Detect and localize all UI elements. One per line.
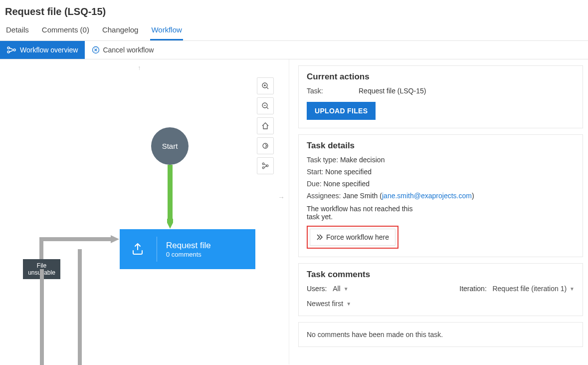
cancel-workflow-label: Cancel workflow <box>103 46 154 54</box>
fast-forward-icon <box>316 234 323 241</box>
sub-toolbar: Workflow overview Cancel workflow <box>0 41 588 59</box>
task-comments-panel: Task comments Users: All ▼ Iteration: Re… <box>298 263 583 316</box>
home-icon <box>261 122 269 130</box>
cancel-icon <box>92 46 100 54</box>
workflow-overview-label: Workflow overview <box>20 46 78 54</box>
task-type-value: Make decision <box>340 156 385 164</box>
svg-point-2 <box>13 49 15 51</box>
iteration-dropdown[interactable]: Request file (iteration 1) ▼ <box>492 285 575 293</box>
sort-dropdown[interactable]: Newest first ▼ <box>307 300 351 308</box>
not-reached-text: The workflow has not reached this task y… <box>307 205 426 221</box>
arrow-start-to-request <box>167 165 173 230</box>
task-label: Task: <box>307 87 359 95</box>
task-value: Request file (LSQ-15) <box>359 87 426 95</box>
current-actions-heading: Current actions <box>307 72 575 82</box>
assignee-email-link[interactable]: jane.smith@exaprojects.com <box>382 192 472 200</box>
request-file-node[interactable]: Request file 0 comments <box>120 229 255 269</box>
pan-up-icon: ↑ <box>138 64 141 71</box>
workflow-overview-button[interactable]: Workflow overview <box>0 41 85 59</box>
force-highlight-box: Force workflow here <box>307 226 398 249</box>
branch-icon <box>261 162 269 170</box>
svg-point-1 <box>7 51 9 53</box>
svg-marker-11 <box>167 219 173 229</box>
tab-details[interactable]: Details <box>5 22 30 40</box>
task-type-label: Task type: <box>307 156 338 164</box>
zoom-in-button[interactable] <box>257 77 274 94</box>
force-workflow-label: Force workflow here <box>326 233 389 241</box>
task-details-panel: Task details Task type: Make decision St… <box>298 134 583 257</box>
workflow-overview-icon <box>7 46 16 53</box>
due-value: None specified <box>323 180 370 188</box>
svg-point-8 <box>262 167 264 169</box>
users-label: Users: <box>307 285 327 293</box>
tab-comments[interactable]: Comments (0) <box>41 22 90 40</box>
page-title: Request file (LSQ-15) <box>0 0 588 19</box>
caret-down-icon: ▼ <box>344 286 349 292</box>
svg-point-7 <box>262 163 264 165</box>
assignees-label: Assignees: <box>307 192 341 200</box>
arrow-down-1 <box>39 269 44 365</box>
target-icon <box>261 142 269 150</box>
task-details-heading: Task details <box>307 141 575 151</box>
upload-icon <box>130 242 145 257</box>
tab-changelog[interactable]: Changelog <box>101 22 140 40</box>
split-button[interactable] <box>257 157 274 174</box>
pan-right-icon: → <box>278 193 285 201</box>
iteration-label: Iteration: <box>459 285 486 293</box>
zoom-in-icon <box>261 82 269 90</box>
tabs-bar: Details Comments (0) Changelog Workflow <box>0 19 588 41</box>
task-comments-heading: Task comments <box>307 270 575 280</box>
home-button[interactable] <box>257 117 274 134</box>
users-dropdown[interactable]: All ▼ <box>333 285 348 293</box>
caret-down-icon: ▼ <box>346 301 351 307</box>
arrow-down-2 <box>77 249 82 365</box>
request-file-sub: 0 comments <box>166 251 211 258</box>
current-actions-panel: Current actions Task: Request file (LSQ-… <box>298 65 583 128</box>
start-node[interactable]: Start <box>151 127 189 165</box>
upload-files-button[interactable]: UPLOAD FILES <box>307 102 376 120</box>
zoom-out-icon <box>261 102 269 110</box>
cancel-workflow-button[interactable]: Cancel workflow <box>85 41 161 59</box>
start-label: Start: <box>307 168 323 176</box>
no-comments-message: No comments have been made on this task. <box>298 322 583 347</box>
zoom-out-button[interactable] <box>257 97 274 114</box>
workflow-canvas[interactable]: ↑ → Start Request file 0 comments File u… <box>0 59 289 365</box>
tab-workflow[interactable]: Workflow <box>150 22 183 40</box>
svg-point-9 <box>266 165 268 167</box>
zoom-controls <box>257 77 274 174</box>
assignee-name: Jane Smith <box>343 192 378 200</box>
svg-point-0 <box>7 47 9 49</box>
side-panel: Current actions Task: Request file (LSQ-… <box>289 59 588 365</box>
due-label: Due: <box>307 180 322 188</box>
caret-down-icon: ▼ <box>570 286 575 292</box>
fit-button[interactable] <box>257 137 274 154</box>
start-value: None specified <box>325 168 372 176</box>
request-file-title: Request file <box>166 241 211 251</box>
force-workflow-button[interactable]: Force workflow here <box>310 229 395 246</box>
svg-marker-12 <box>111 235 119 243</box>
